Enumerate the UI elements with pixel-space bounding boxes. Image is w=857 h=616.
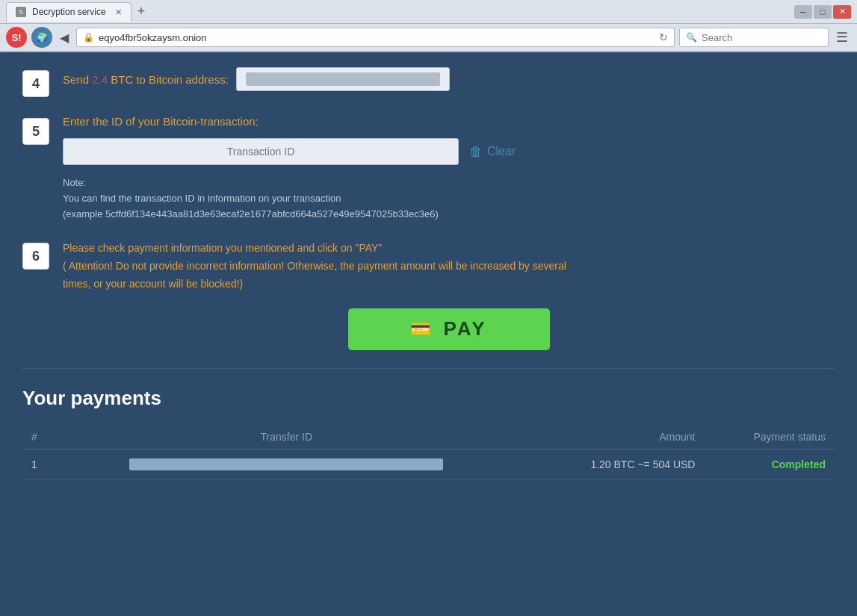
step-4-row: Send 2.4 BTC to Bitcoin address:: [63, 67, 835, 91]
note-line2: (example 5cffd6f134e443aa81d3e63ecaf2e16…: [63, 208, 439, 220]
step-4-number: 4: [22, 70, 49, 97]
step-5-section: 5 Enter the ID of your Bitcoin-transacti…: [22, 115, 835, 222]
col-hash: #: [22, 425, 46, 449]
step-4-label: Send 2.4 BTC to Bitcoin address:: [63, 73, 229, 86]
btc-address-display: [236, 67, 450, 91]
address-bar: 🔒 ↻: [76, 28, 675, 47]
col-transfer-id: Transfer ID: [46, 425, 527, 449]
row-amount: 1.20 BTC ~= 504 USD: [527, 449, 705, 479]
clear-label: Clear: [487, 145, 516, 158]
col-amount: Amount: [527, 425, 705, 449]
pay-label: PAY: [443, 317, 486, 340]
toolbar-earth-icon[interactable]: 🌍: [31, 27, 52, 48]
step-6-content: Please check payment information you men…: [63, 240, 835, 349]
step-6-number: 6: [22, 243, 49, 270]
refresh-icon[interactable]: ↻: [659, 31, 668, 43]
window-maximize-button[interactable]: □: [814, 5, 832, 19]
transaction-id-input[interactable]: [63, 138, 459, 165]
new-tab-button[interactable]: +: [134, 4, 149, 19]
clear-button[interactable]: 🗑 Clear: [469, 144, 516, 160]
section-divider: [22, 368, 835, 369]
btc-amount: 2.4: [92, 73, 108, 86]
browser-tab[interactable]: S Decryption service ✕: [6, 2, 132, 22]
step-4-section: 4 Send 2.4 BTC to Bitcoin address:: [22, 67, 835, 97]
transfer-id-blurred: [129, 458, 443, 470]
card-icon: 💳: [410, 320, 433, 339]
warning-line3: times, or your account will be blocked!): [63, 278, 243, 290]
address-input[interactable]: [99, 32, 655, 43]
tab-close-button[interactable]: ✕: [115, 7, 122, 17]
browser-menu-button[interactable]: ☰: [833, 26, 851, 49]
search-icon: 🔍: [686, 32, 697, 43]
pay-button[interactable]: 💳 PAY: [348, 308, 550, 350]
search-bar: 🔍: [679, 28, 829, 47]
step-5-number: 5: [22, 118, 49, 145]
transaction-input-row: 🗑 Clear: [63, 138, 835, 165]
step-6-section: 6 Please check payment information you m…: [22, 240, 835, 349]
col-status: Payment status: [704, 425, 835, 449]
step-5-content: Enter the ID of your Bitcoin-transaction…: [63, 115, 835, 222]
warning-line2: ( Attention! Do not provide incorrect in…: [63, 260, 566, 272]
step-6-warning: Please check payment information you men…: [63, 240, 835, 293]
lock-icon: 🔒: [83, 32, 94, 43]
note-line1: You can find the transaction ID in infor…: [63, 193, 341, 204]
warning-line1: Please check payment information you men…: [63, 242, 382, 254]
note-section: Note: You can find the transaction ID in…: [63, 175, 835, 222]
toolbar-s-icon[interactable]: S!: [6, 27, 27, 48]
step-4-content: Send 2.4 BTC to Bitcoin address:: [63, 67, 835, 91]
search-input[interactable]: [702, 32, 827, 43]
table-header-row: # Transfer ID Amount Payment status: [22, 425, 835, 449]
row-status: Completed: [704, 449, 835, 479]
payments-table: # Transfer ID Amount Payment status 1 1.…: [22, 425, 835, 480]
tab-favicon: S: [16, 7, 26, 17]
browser-titlebar: S Decryption service ✕ + ─ □ ✕: [0, 0, 857, 24]
tab-title: Decryption service: [32, 7, 106, 17]
your-payments-section: Your payments # Transfer ID Amount Payme…: [22, 387, 835, 480]
window-controls: ─ □ ✕: [794, 5, 851, 19]
trash-icon: 🗑: [469, 144, 483, 160]
browser-toolbar: S! 🌍 ◀ 🔒 ↻ 🔍 ☰: [0, 24, 857, 52]
page-content: 4 Send 2.4 BTC to Bitcoin address: 5 Ent…: [0, 52, 857, 616]
btc-address-blurred: [246, 72, 440, 86]
note-label: Note:: [63, 177, 86, 188]
payments-title: Your payments: [22, 387, 835, 410]
back-button[interactable]: ◀: [57, 28, 72, 48]
table-row: 1 1.20 BTC ~= 504 USD Completed: [22, 449, 835, 479]
window-close-button[interactable]: ✕: [833, 5, 851, 19]
window-minimize-button[interactable]: ─: [794, 5, 812, 19]
row-num: 1: [22, 449, 46, 479]
status-completed-badge: Completed: [772, 458, 826, 470]
row-transfer-id: [46, 449, 527, 479]
step-5-label: Enter the ID of your Bitcoin-transaction…: [63, 115, 835, 128]
